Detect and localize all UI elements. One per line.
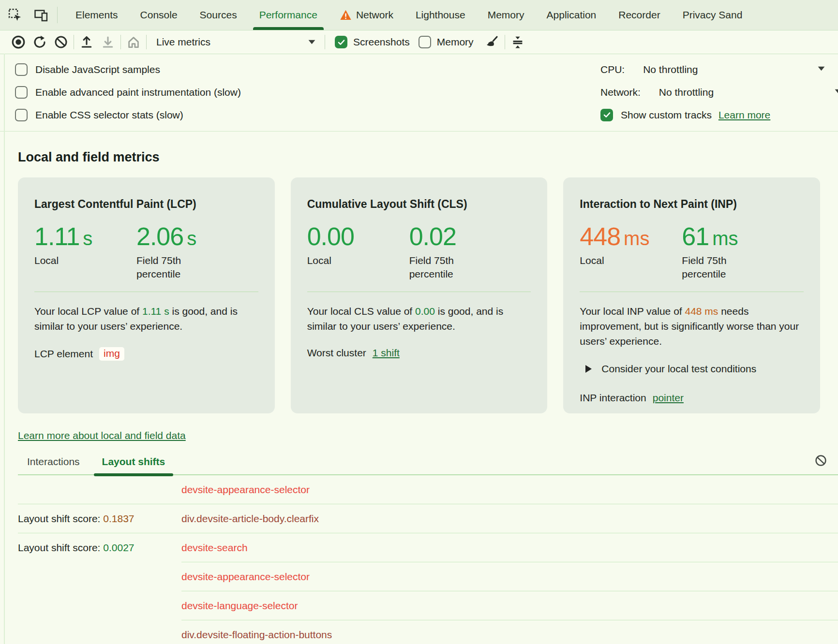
chevron-down-icon <box>817 66 825 72</box>
cls-local-label: Local <box>307 254 385 267</box>
layout-shift-row: devsite-appearance-selector <box>0 475 838 504</box>
lcp-field-label: Field 75th percentile <box>136 254 214 281</box>
clear-icon[interactable] <box>50 32 72 52</box>
tab-layout-shifts[interactable]: Layout shifts <box>102 456 165 468</box>
memory-checkbox[interactable] <box>419 36 431 48</box>
tab-lighthouse[interactable]: Lighthouse <box>404 0 477 30</box>
panel-mode-select[interactable]: Live metrics <box>156 36 316 48</box>
show-custom-tracks-checkbox[interactable] <box>600 109 613 121</box>
learn-more-field-data-link[interactable]: Learn more about local and field data <box>18 430 186 441</box>
lcp-metric-card: Largest Contentful Paint (LCP) 1.11s Loc… <box>18 177 275 413</box>
advanced-paint-checkbox[interactable] <box>15 86 28 99</box>
card-divider <box>580 292 804 292</box>
element-link[interactable]: div.devsite-floating-action-buttons <box>181 629 332 641</box>
custom-tracks-learn-more-link[interactable]: Learn more <box>718 109 770 121</box>
local-test-conditions-label: Consider your local test conditions <box>601 363 756 375</box>
divider <box>505 35 505 49</box>
element-link[interactable]: devsite-appearance-selector <box>181 484 310 496</box>
device-toolbar-icon[interactable] <box>34 8 48 22</box>
worst-cluster-link[interactable]: 1 shift <box>373 347 400 359</box>
lcp-element-label: LCP element <box>34 348 93 360</box>
divider <box>74 35 74 49</box>
cls-description: Your local CLS value of 0.00 is good, an… <box>307 304 531 334</box>
card-divider <box>307 292 531 292</box>
cls-card-title: Cumulative Layout Shift (CLS) <box>307 198 531 211</box>
memory-checkbox-label: Memory <box>437 36 474 48</box>
inp-field-value: 61ms <box>682 223 804 250</box>
cpu-label: CPU: <box>600 64 625 75</box>
reload-record-button[interactable] <box>29 32 50 52</box>
css-selector-stats-checkbox[interactable] <box>15 109 28 121</box>
tab-console[interactable]: Console <box>129 0 189 30</box>
network-label: Network: <box>600 87 641 98</box>
tab-interactions[interactable]: Interactions <box>27 456 80 468</box>
record-button[interactable] <box>8 32 29 52</box>
home-icon[interactable] <box>123 32 144 52</box>
inp-field-label: Field 75th percentile <box>682 254 759 281</box>
network-throttling-select[interactable]: Network: No throttling <box>600 81 714 103</box>
cpu-throttling-select[interactable]: CPU: No throttling <box>600 58 698 81</box>
element-link[interactable]: div.devsite-article-body.clearfix <box>181 513 319 525</box>
inp-interaction-label: INP interaction <box>580 392 646 404</box>
lcp-local-value: 1.11s <box>34 223 136 250</box>
lcp-element-node-link[interactable]: img <box>99 347 124 361</box>
screenshots-checkbox[interactable] <box>335 36 347 48</box>
layout-shift-score-label: Layout shift score: <box>18 542 103 553</box>
inp-description: Your local INP value of 448 ms needs imp… <box>580 304 804 349</box>
tab-sources[interactable]: Sources <box>189 0 248 30</box>
layout-shift-score: 0.1837 <box>103 513 134 524</box>
tab-privacy-sandbox[interactable]: Privacy Sand <box>672 0 754 30</box>
tab-recorder[interactable]: Recorder <box>607 0 671 30</box>
advanced-paint-label: Enable advanced paint instrumentation (s… <box>35 87 241 98</box>
divider <box>146 35 147 49</box>
inp-local-value: 448ms <box>580 223 682 250</box>
disable-js-samples-checkbox[interactable] <box>15 63 28 76</box>
tab-memory[interactable]: Memory <box>477 0 536 30</box>
disable-js-samples-label: Disable JavaScript samples <box>35 64 160 75</box>
element-link[interactable]: devsite-appearance-selector <box>181 571 310 583</box>
layout-shift-row: Layout shift score: 0.0027 devsite-searc… <box>0 533 838 562</box>
clear-log-icon[interactable] <box>814 454 827 467</box>
lcp-description: Your local LCP value of 1.11 s is good, … <box>34 304 258 334</box>
layout-shift-score-label: Layout shift score: <box>18 513 103 524</box>
tab-network[interactable]: Network <box>329 0 404 30</box>
element-link[interactable]: devsite-search <box>181 542 248 554</box>
layout-shift-row: div.devsite-floating-action-buttons <box>0 620 838 644</box>
live-metrics-log-tabs: Interactions Layout shifts <box>0 456 838 475</box>
download-profile-icon[interactable] <box>97 32 119 52</box>
card-divider <box>34 292 258 292</box>
screenshots-label: Screenshots <box>353 36 410 48</box>
worst-cluster-label: Worst cluster <box>307 347 366 359</box>
show-custom-tracks-label: Show custom tracks <box>621 109 712 121</box>
chevron-down-icon <box>834 88 838 94</box>
cls-field-label: Field 75th percentile <box>409 254 487 281</box>
clear-all-brush-icon[interactable] <box>481 32 503 52</box>
inp-card-title: Interaction to Next Paint (INP) <box>580 198 804 211</box>
inp-metric-card: Interaction to Next Paint (INP) 448ms Lo… <box>563 177 820 413</box>
collapse-icon[interactable] <box>507 32 528 52</box>
warning-icon <box>340 10 352 20</box>
inp-interaction-link[interactable]: pointer <box>653 392 684 404</box>
layout-shift-score: 0.0027 <box>103 542 134 553</box>
local-test-conditions-expander[interactable]: Consider your local test conditions <box>585 363 804 375</box>
cls-metric-card: Cumulative Layout Shift (CLS) 0.00 Local… <box>291 177 548 413</box>
divider <box>120 35 121 49</box>
tab-performance[interactable]: Performance <box>248 0 329 30</box>
page-title: Local and field metrics <box>18 150 838 165</box>
cls-field-value: 0.02 <box>409 223 531 250</box>
element-link[interactable]: devsite-language-selector <box>181 600 298 612</box>
chevron-down-icon <box>308 39 316 45</box>
tab-application[interactable]: Application <box>536 0 608 30</box>
lcp-card-title: Largest Contentful Paint (LCP) <box>34 198 258 211</box>
inspect-element-icon[interactable] <box>8 8 22 22</box>
capture-settings: Disable JavaScript samples CPU: No throt… <box>0 54 838 132</box>
chevron-right-icon <box>585 365 592 373</box>
tab-elements[interactable]: Elements <box>64 0 129 30</box>
layout-shift-row: devsite-language-selector <box>0 591 838 620</box>
lcp-local-label: Local <box>34 254 112 267</box>
divider <box>57 7 58 23</box>
css-selector-stats-label: Enable CSS selector stats (slow) <box>35 109 183 121</box>
inp-local-label: Local <box>580 254 657 267</box>
upload-profile-icon[interactable] <box>76 32 97 52</box>
cpu-value: No throttling <box>643 64 698 75</box>
